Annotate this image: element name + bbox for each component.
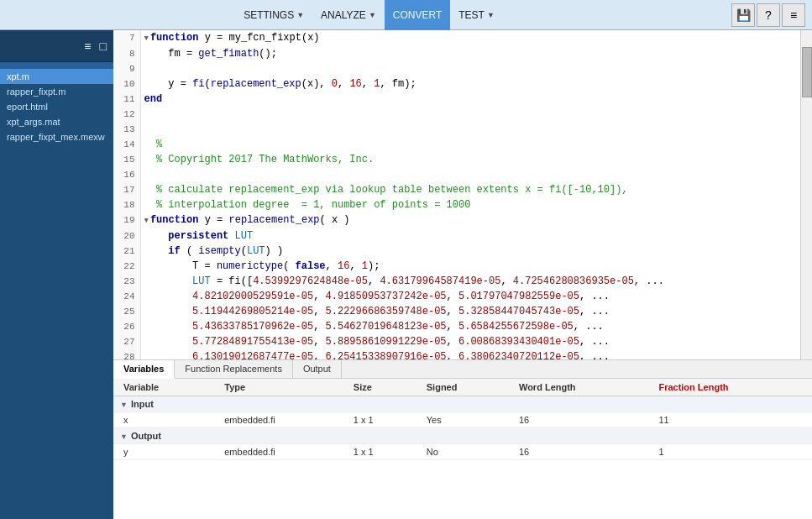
line-code: 4.82102000529591e-05, 4.91850953737242e-… <box>140 289 812 304</box>
main-layout: ≡ □ xpt.mrapper_fixpt.meport.htmlxpt_arg… <box>0 30 812 519</box>
variables-table-container[interactable]: VariableTypeSizeSignedWord LengthFractio… <box>113 379 812 519</box>
expand-icon[interactable]: ▼ <box>120 432 128 441</box>
code-line: 21 if ( isempty(LUT) ) <box>113 244 812 259</box>
line-code: 5.77284891755413e-05, 5.88958610991229e-… <box>140 334 812 349</box>
line-code: end <box>140 92 812 107</box>
line-code: ▼function y = replacement_exp( x ) <box>140 212 812 228</box>
cell-size: 1 x 1 <box>343 444 416 460</box>
sidebar-file-item[interactable]: xpt.m <box>0 69 113 84</box>
section-label: ▼Input <box>113 396 812 412</box>
bottom-panel: VariablesFunction ReplacementsOutput Var… <box>113 359 812 519</box>
sidebar-file-item[interactable]: rapper_fixpt.m <box>0 84 113 99</box>
test-arrow-icon: ▼ <box>487 11 495 19</box>
code-line: 17 % calculate replacement_exp via looku… <box>113 182 812 197</box>
sidebar-file-list: xpt.mrapper_fixpt.meport.htmlxpt_args.ma… <box>0 69 113 144</box>
cell-signed: No <box>416 444 509 460</box>
line-number: 9 <box>113 61 140 76</box>
line-number: 11 <box>113 92 140 107</box>
code-line: 14 % <box>113 137 812 152</box>
fold-icon[interactable]: ▼ <box>144 217 149 225</box>
line-number: 8 <box>113 46 140 61</box>
code-line: 7▼function y = my_fcn_fixpt(x) <box>113 30 812 46</box>
save-button[interactable]: 💾 <box>731 3 755 27</box>
line-number: 10 <box>113 76 140 92</box>
code-line: 20 persistent LUT <box>113 228 812 244</box>
col-header-variable: Variable <box>113 379 214 396</box>
col-header-signed: Signed <box>416 379 509 396</box>
sidebar-file-item[interactable]: xpt_args.mat <box>0 114 113 129</box>
col-header-size: Size <box>343 379 416 396</box>
line-code <box>140 122 812 137</box>
bottom-tab-function-replacements[interactable]: Function Replacements <box>175 360 293 378</box>
bottom-tab-variables[interactable]: Variables <box>113 360 175 379</box>
code-area: 7▼function y = my_fcn_fixpt(x)8 fm = get… <box>113 30 812 519</box>
line-code: % interpolation degree = 1, number of po… <box>140 197 812 212</box>
sidebar-list-icon[interactable]: ≡ <box>81 38 94 55</box>
menu-item-convert[interactable]: CONVERT <box>385 0 450 30</box>
code-line: 27 5.77284891755413e-05, 5.8895861099122… <box>113 334 812 349</box>
line-code: LUT = fi([4.5399297624848e-05, 4.6317996… <box>140 274 812 289</box>
menu-item-analyze[interactable]: ANALYZE▼ <box>312 0 385 30</box>
sidebar-file-item[interactable]: rapper_fixpt_mex.mexw <box>0 129 113 144</box>
code-line: 16 <box>113 167 812 182</box>
col-header-fraction-length: Fraction Length <box>648 379 812 396</box>
code-line: 22 T = numerictype( false, 16, 1); <box>113 259 812 274</box>
cell-wordlength: 16 <box>509 444 648 460</box>
line-code <box>140 61 812 76</box>
code-editor[interactable]: 7▼function y = my_fcn_fixpt(x)8 fm = get… <box>113 30 812 359</box>
bottom-tab-output[interactable]: Output <box>293 360 342 378</box>
line-code <box>140 167 812 182</box>
code-line: 23 LUT = fi([4.5399297624848e-05, 4.6317… <box>113 274 812 289</box>
code-line: 18 % interpolation degree = 1, number of… <box>113 197 812 212</box>
section-label: ▼Output <box>113 428 812 444</box>
scrollbar-thumb[interactable] <box>802 47 812 97</box>
line-code <box>140 107 812 122</box>
line-number: 20 <box>113 228 140 244</box>
col-header-type: Type <box>214 379 343 396</box>
help-button[interactable]: ? <box>757 3 780 27</box>
variable-row: xembedded.fi1 x 1Yes1611 <box>113 412 812 428</box>
line-code: % <box>140 137 812 152</box>
section-row: ▼Input <box>113 396 812 412</box>
sidebar: ≡ □ xpt.mrapper_fixpt.meport.htmlxpt_arg… <box>0 30 113 519</box>
line-code: 5.43633785170962e-05, 5.54627019648123e-… <box>140 319 812 334</box>
sidebar-grid-icon[interactable]: □ <box>97 38 110 55</box>
line-code: 5.11944269805214e-05, 5.22296686359748e-… <box>140 304 812 319</box>
line-number: 7 <box>113 30 140 46</box>
code-line: 9 <box>113 61 812 76</box>
code-line: 8 fm = get_fimath(); <box>113 46 812 61</box>
line-number: 27 <box>113 334 140 349</box>
col-header-word-length: Word Length <box>509 379 648 396</box>
title-bar: SETTINGS▼ANALYZE▼CONVERTTEST▼ 💾 ? ≡ <box>0 0 812 30</box>
code-line: 11end <box>113 92 812 107</box>
line-number: 15 <box>113 152 140 167</box>
line-code: 6.13019012687477e-05, 6.25415338907916e-… <box>140 349 812 359</box>
title-bar-icons: 💾 ? ≡ <box>731 3 805 27</box>
sidebar-file-item[interactable]: eport.html <box>0 99 113 114</box>
line-number: 28 <box>113 349 140 359</box>
variables-table: VariableTypeSizeSignedWord LengthFractio… <box>113 379 812 460</box>
sidebar-toolbar: ≡ □ <box>0 30 113 62</box>
expand-icon[interactable]: ▼ <box>120 401 128 409</box>
fold-icon[interactable]: ▼ <box>144 34 149 43</box>
cell-variable: x <box>113 412 214 428</box>
section-row: ▼Output <box>113 428 812 444</box>
line-number: 23 <box>113 274 140 289</box>
code-line: 10 y = fi(replacement_exp(x), 0, 16, 1, … <box>113 76 812 92</box>
line-number: 25 <box>113 304 140 319</box>
cell-type: embedded.fi <box>214 412 343 428</box>
code-table: 7▼function y = my_fcn_fixpt(x)8 fm = get… <box>113 30 812 359</box>
code-line: 12 <box>113 107 812 122</box>
menu-button[interactable]: ≡ <box>782 3 805 27</box>
line-number: 22 <box>113 259 140 274</box>
menu-bar: SETTINGS▼ANALYZE▼CONVERTTEST▼ <box>7 0 731 30</box>
menu-item-settings[interactable]: SETTINGS▼ <box>235 0 312 30</box>
cell-variable: y <box>113 444 214 460</box>
cell-fractionlength: 1 <box>648 444 812 460</box>
code-line: 28 6.13019012687477e-05, 6.2541533890791… <box>113 349 812 359</box>
line-code: persistent LUT <box>140 228 812 244</box>
scrollbar-track[interactable] <box>800 30 812 359</box>
menu-item-test[interactable]: TEST▼ <box>450 0 503 30</box>
line-code: if ( isempty(LUT) ) <box>140 244 812 259</box>
code-line: 25 5.11944269805214e-05, 5.2229668635974… <box>113 304 812 319</box>
